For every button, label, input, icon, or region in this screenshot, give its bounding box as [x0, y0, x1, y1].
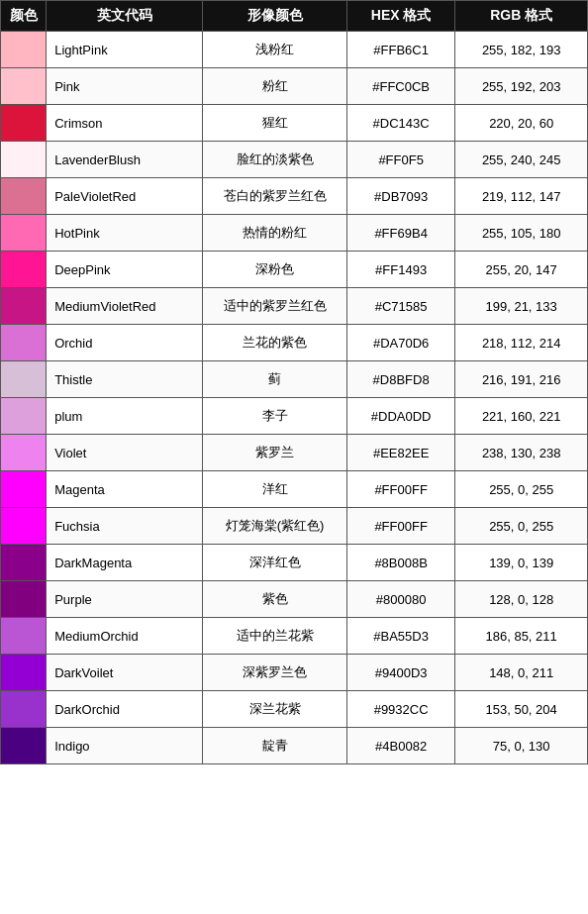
color-swatch-cell [1, 435, 47, 471]
color-swatch-cell [1, 105, 47, 142]
color-hex: #DC143C [346, 105, 454, 142]
color-cn-name: 灯笼海棠(紫红色) [203, 508, 347, 545]
color-rgb: 255, 20, 147 [455, 252, 588, 288]
color-swatch-cell [1, 252, 47, 288]
swatch-block [1, 142, 46, 177]
color-hex: #4B0082 [346, 728, 454, 764]
color-rgb: 221, 160, 221 [455, 398, 588, 435]
color-hex: #DA70D6 [346, 325, 454, 361]
color-en-name: Magenta [47, 471, 203, 508]
table-row: Thistle蓟#D8BFD8216, 191, 216 [1, 361, 588, 398]
color-rgb: 255, 0, 255 [455, 471, 588, 508]
color-cn-name: 适中的紫罗兰红色 [203, 288, 347, 325]
color-swatch-cell [1, 32, 47, 68]
color-cn-name: 猩红 [203, 105, 347, 142]
color-rgb: 255, 192, 203 [455, 68, 588, 105]
color-hex: #800080 [346, 581, 454, 618]
swatch-block [1, 728, 46, 763]
color-en-name: LavenderBlush [47, 142, 203, 178]
header-cn: 形像颜色 [203, 1, 347, 32]
swatch-block [1, 105, 46, 141]
swatch-block [1, 471, 46, 507]
color-rgb: 199, 21, 133 [455, 288, 588, 325]
color-cn-name: 深粉色 [203, 252, 347, 288]
color-hex: #FF0F5 [346, 142, 454, 178]
color-cn-name: 粉红 [203, 68, 347, 105]
color-cn-name: 深洋红色 [203, 545, 347, 581]
swatch-block [1, 435, 46, 470]
color-swatch-cell [1, 142, 47, 178]
table-row: PaleVioletRed苍白的紫罗兰红色#DB7093219, 112, 14… [1, 178, 588, 215]
color-hex: #FFB6C1 [346, 32, 454, 68]
swatch-block [1, 361, 46, 397]
color-cn-name: 紫色 [203, 581, 347, 618]
swatch-block [1, 581, 46, 617]
table-row: Crimson猩红#DC143C220, 20, 60 [1, 105, 588, 142]
color-cn-name: 靛青 [203, 728, 347, 764]
color-rgb: 75, 0, 130 [455, 728, 588, 764]
color-swatch-cell [1, 215, 47, 252]
color-swatch-cell [1, 581, 47, 618]
color-hex: #9932CC [346, 691, 454, 728]
swatch-block [1, 398, 46, 434]
table-row: Violet紫罗兰#EE82EE238, 130, 238 [1, 435, 588, 471]
color-en-name: Pink [47, 68, 203, 105]
color-swatch-cell [1, 178, 47, 215]
table-row: MediumVioletRed适中的紫罗兰红色#C71585199, 21, 1… [1, 288, 588, 325]
color-hex: #FFC0CB [346, 68, 454, 105]
color-cn-name: 洋红 [203, 471, 347, 508]
table-row: plum李子#DDA0DD221, 160, 221 [1, 398, 588, 435]
color-hex: #FF1493 [346, 252, 454, 288]
color-rgb: 148, 0, 211 [455, 655, 588, 691]
color-rgb: 255, 182, 193 [455, 32, 588, 68]
swatch-block [1, 178, 46, 214]
table-row: DarkMagenta深洋红色#8B008B139, 0, 139 [1, 545, 588, 581]
color-swatch-cell [1, 655, 47, 691]
color-hex: #EE82EE [346, 435, 454, 471]
color-en-name: plum [47, 398, 203, 435]
color-cn-name: 适中的兰花紫 [203, 618, 347, 655]
swatch-block [1, 545, 46, 580]
color-rgb: 255, 105, 180 [455, 215, 588, 252]
color-rgb: 128, 0, 128 [455, 581, 588, 618]
header-rgb: RGB 格式 [455, 1, 588, 32]
swatch-block [1, 655, 46, 690]
color-cn-name: 浅粉红 [203, 32, 347, 68]
color-cn-name: 脸红的淡紫色 [203, 142, 347, 178]
swatch-block [1, 288, 46, 324]
swatch-block [1, 215, 46, 251]
swatch-block [1, 691, 46, 727]
color-en-name: MediumOrchid [47, 618, 203, 655]
color-swatch-cell [1, 728, 47, 764]
color-hex: #DB7093 [346, 178, 454, 215]
color-hex: #FF00FF [346, 508, 454, 545]
color-hex: #8B008B [346, 545, 454, 581]
table-row: DeepPink深粉色#FF1493255, 20, 147 [1, 252, 588, 288]
color-en-name: PaleVioletRed [47, 178, 203, 215]
color-rgb: 220, 20, 60 [455, 105, 588, 142]
color-swatch-cell [1, 545, 47, 581]
color-swatch-cell [1, 288, 47, 325]
color-cn-name: 热情的粉红 [203, 215, 347, 252]
color-hex: #D8BFD8 [346, 361, 454, 398]
color-cn-name: 蓟 [203, 361, 347, 398]
color-en-name: HotPink [47, 215, 203, 252]
color-en-name: Fuchsia [47, 508, 203, 545]
color-en-name: Violet [47, 435, 203, 471]
color-rgb: 255, 0, 255 [455, 508, 588, 545]
color-swatch-cell [1, 508, 47, 545]
color-en-name: Thistle [47, 361, 203, 398]
table-row: Magenta洋红#FF00FF255, 0, 255 [1, 471, 588, 508]
color-en-name: Orchid [47, 325, 203, 361]
table-row: Purple紫色#800080128, 0, 128 [1, 581, 588, 618]
color-swatch-cell [1, 68, 47, 105]
swatch-block [1, 68, 46, 104]
header-color: 颜色 [1, 1, 47, 32]
table-row: HotPink热情的粉红#FF69B4255, 105, 180 [1, 215, 588, 252]
swatch-block [1, 252, 46, 287]
color-cn-name: 李子 [203, 398, 347, 435]
color-hex: #FF69B4 [346, 215, 454, 252]
color-en-name: Crimson [47, 105, 203, 142]
color-hex: #9400D3 [346, 655, 454, 691]
color-swatch-cell [1, 471, 47, 508]
